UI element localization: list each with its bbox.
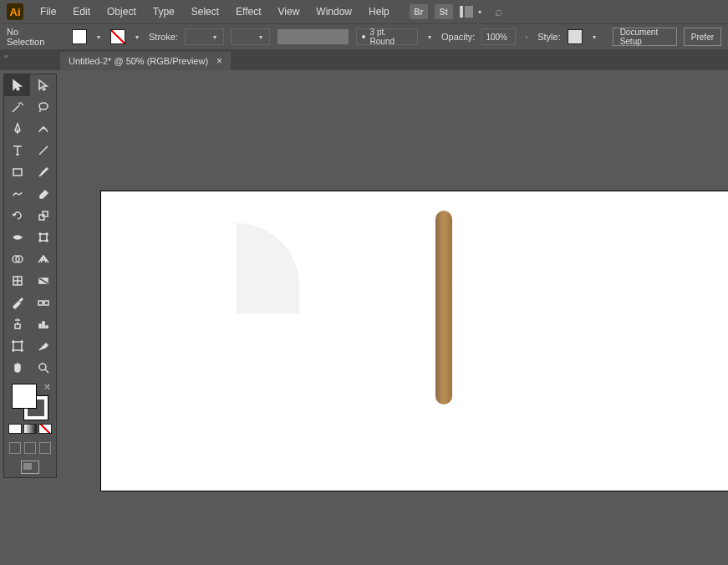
menubar-icons: Br St ▾ ⌕ — [410, 4, 503, 19]
svg-point-18 — [39, 364, 46, 370]
opacity-dropdown[interactable]: › — [522, 33, 532, 41]
curvature-tool[interactable] — [30, 118, 56, 140]
scale-tool[interactable] — [30, 205, 56, 227]
stroke-profile-select[interactable]: ▾ — [231, 28, 270, 45]
type-tool[interactable] — [4, 140, 30, 161]
zoom-tool[interactable] — [30, 357, 56, 379]
free-transform-tool[interactable] — [30, 227, 56, 248]
document-tab[interactable]: Untitled-2* @ 50% (RGB/Preview) × — [60, 52, 231, 70]
stroke-color-swatch[interactable] — [110, 29, 125, 44]
menu-type[interactable]: Type — [146, 3, 181, 21]
style-label: Style: — [537, 32, 561, 42]
menu-object[interactable]: Object — [100, 3, 143, 21]
tab-title: Untitled-2* @ 50% (RGB/Preview) — [69, 56, 208, 66]
color-mode-row — [8, 424, 52, 434]
fill-swatch[interactable] — [12, 384, 37, 409]
color-mode-gradient[interactable] — [23, 424, 37, 434]
pen-tool[interactable] — [4, 118, 30, 140]
preferences-button[interactable]: Prefer — [684, 28, 721, 46]
eraser-tool[interactable] — [30, 183, 56, 205]
shape-builder-tool[interactable] — [4, 248, 30, 270]
svg-rect-14 — [38, 301, 43, 305]
svg-rect-4 — [43, 211, 48, 216]
quarter-circle-shape[interactable] — [237, 223, 299, 313]
stroke-width-stepper[interactable]: ▾ — [210, 33, 220, 41]
svg-point-6 — [39, 233, 41, 235]
eyedropper-tool[interactable] — [4, 292, 30, 313]
fill-dropdown[interactable]: ▾ — [94, 33, 104, 41]
stroke-visualization[interactable] — [277, 28, 349, 45]
screen-mode-icon — [21, 461, 39, 474]
draw-inside[interactable] — [39, 442, 51, 454]
rectangle-tool[interactable] — [4, 161, 30, 183]
bridge-icon[interactable]: Br — [410, 4, 428, 19]
magic-wand-tool[interactable] — [4, 96, 30, 118]
screen-mode[interactable] — [4, 457, 56, 477]
tab-bar: Untitled-2* @ 50% (RGB/Preview) × — [0, 50, 728, 70]
search-icon[interactable]: ⌕ — [495, 4, 503, 19]
paintbrush-tool[interactable] — [30, 161, 56, 183]
width-tool[interactable] — [4, 227, 30, 248]
shaper-tool[interactable] — [4, 183, 30, 205]
menu-select[interactable]: Select — [185, 3, 226, 21]
draw-modes — [4, 439, 56, 457]
svg-point-7 — [46, 233, 48, 235]
menu-view[interactable]: View — [272, 3, 307, 21]
stick-shape[interactable] — [435, 211, 452, 405]
svg-rect-3 — [39, 215, 44, 220]
column-graph-tool[interactable] — [30, 313, 56, 335]
lasso-tool[interactable] — [30, 96, 56, 118]
stroke-dropdown[interactable]: ▾ — [132, 33, 142, 41]
line-tool[interactable] — [30, 140, 56, 161]
panel-expand-icon[interactable]: ‹‹ — [4, 53, 13, 59]
slice-tool[interactable] — [30, 335, 56, 357]
gradient-tool[interactable] — [30, 270, 56, 292]
menu-file[interactable]: File — [33, 3, 63, 21]
fill-color-swatch[interactable] — [72, 29, 87, 44]
menu-window[interactable]: Window — [309, 3, 359, 21]
perspective-grid-tool[interactable] — [30, 248, 56, 270]
draw-behind[interactable] — [24, 442, 36, 454]
artboard-tool[interactable] — [4, 335, 30, 357]
color-mode-solid[interactable] — [8, 424, 22, 434]
artboard[interactable] — [100, 191, 728, 491]
direct-selection-tool[interactable] — [30, 74, 56, 96]
opacity-label: Opacity: — [441, 32, 475, 42]
control-bar: No Selection ▾ ▾ Stroke: ▾ ▾ 3 pt. Round… — [0, 23, 728, 50]
stock-icon[interactable]: St — [435, 4, 453, 19]
selection-status: No Selection — [7, 27, 48, 47]
canvas-area[interactable] — [63, 70, 728, 565]
tab-close-icon[interactable]: × — [216, 55, 222, 67]
opacity-input[interactable]: 100% — [481, 28, 515, 45]
style-dropdown[interactable]: ▾ — [589, 33, 599, 41]
svg-rect-17 — [13, 342, 22, 350]
rotate-tool[interactable] — [4, 205, 30, 227]
brush-selector[interactable]: 3 pt. Round — [356, 28, 418, 45]
stroke-label: Stroke: — [149, 32, 178, 42]
brush-dropdown[interactable]: ▾ — [425, 33, 435, 41]
stroke-profile-dropdown[interactable]: ▾ — [256, 33, 266, 41]
mesh-tool[interactable] — [4, 270, 30, 292]
tools-panel: ⤭ — [3, 74, 57, 478]
selection-tool[interactable] — [4, 74, 30, 96]
workspace-bar2-icon — [465, 6, 473, 18]
hand-tool[interactable] — [4, 357, 30, 379]
svg-point-8 — [39, 240, 41, 242]
blend-tool[interactable] — [30, 292, 56, 313]
menu-effect[interactable]: Effect — [229, 3, 267, 21]
menu-edit[interactable]: Edit — [66, 3, 97, 21]
fill-stroke-controls: ⤭ — [4, 379, 56, 439]
svg-point-1 — [43, 127, 44, 129]
swap-fill-stroke-icon[interactable]: ⤭ — [43, 382, 50, 391]
menubar: Ai File Edit Object Type Select Effect V… — [0, 0, 728, 23]
document-setup-button[interactable]: Document Setup — [613, 28, 677, 46]
draw-normal[interactable] — [9, 442, 21, 454]
graphic-style-swatch[interactable] — [568, 29, 583, 44]
brush-value: 3 pt. Round — [370, 28, 412, 46]
stroke-width-input[interactable]: ▾ — [185, 28, 224, 45]
symbol-sprayer-tool[interactable] — [4, 313, 30, 335]
workspace-switcher[interactable]: ▾ — [460, 6, 481, 18]
svg-point-9 — [46, 240, 48, 242]
menu-help[interactable]: Help — [362, 3, 396, 21]
color-mode-none[interactable] — [38, 424, 52, 434]
